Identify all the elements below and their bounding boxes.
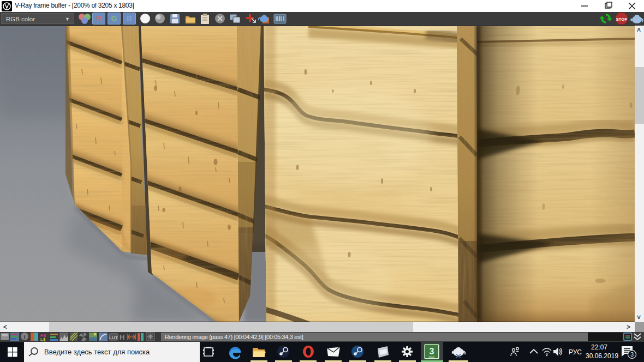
svg-text:H: H [120, 333, 124, 341]
svg-text:3: 3 [430, 347, 434, 356]
svg-text:3: 3 [630, 351, 634, 358]
svg-text:L▮: L▮ [40, 337, 46, 342]
svg-text:i: i [24, 334, 26, 340]
svg-text:LUT: LUT [109, 335, 118, 340]
svg-text:MAX: MAX [429, 355, 436, 359]
svg-text:STOP: STOP [616, 17, 627, 22]
